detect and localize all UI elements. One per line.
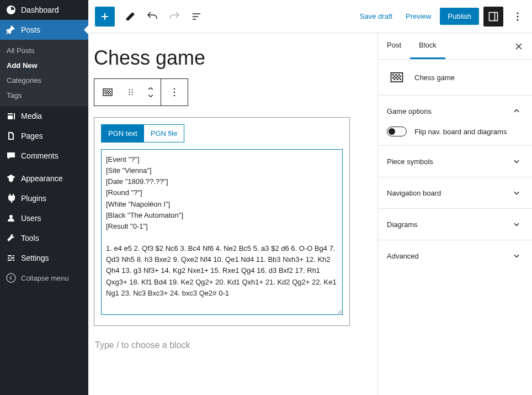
panel-head-diagrams[interactable]: Diagrams — [378, 209, 532, 240]
editor-canvas[interactable]: Chess game — [88, 33, 377, 395]
dashboard-icon — [6, 4, 17, 15]
settings-tabs: Post Block — [378, 33, 532, 60]
svg-point-19 — [132, 89, 133, 91]
admin-sidebar: Dashboard Posts All Posts Add New Catego… — [0, 0, 88, 395]
svg-rect-17 — [110, 93, 111, 94]
sidebar-item-tools[interactable]: Tools — [0, 228, 88, 248]
svg-rect-12 — [104, 92, 105, 93]
svg-rect-38 — [397, 78, 398, 80]
tools-icon — [6, 233, 17, 244]
submenu-add-new[interactable]: Add New — [0, 58, 88, 73]
panel-body-game-options: Flip nav. board and diagrams — [378, 127, 532, 145]
move-buttons[interactable] — [141, 79, 161, 106]
document-overview-button[interactable] — [187, 7, 206, 27]
appearance-icon — [6, 173, 17, 184]
svg-rect-6 — [104, 90, 105, 91]
chevron-down-icon — [510, 218, 523, 231]
sidebar-label: Users — [21, 214, 41, 223]
sidebar-item-posts[interactable]: Posts — [0, 20, 88, 40]
svg-point-20 — [129, 92, 130, 93]
topbar-right: Save draft Preview Publish — [355, 7, 528, 27]
chevron-down-icon — [510, 186, 523, 199]
tab-pgn-file[interactable]: PGN file — [144, 125, 184, 142]
panel-title: Diagrams — [387, 220, 418, 229]
panel-head-advanced[interactable]: Advanced — [378, 240, 532, 271]
svg-rect-32 — [397, 76, 398, 77]
block-more-button[interactable] — [161, 79, 188, 106]
panel-head-piece-symbols[interactable]: Piece symbols — [378, 146, 532, 177]
panel-head-navigation-board[interactable]: Navigation board — [378, 177, 532, 208]
sidebar-label: Plugins — [21, 194, 46, 203]
panel-title: Advanced — [387, 252, 419, 260]
editor-topbar: Save draft Preview Publish — [88, 0, 532, 33]
panel-head-game-options[interactable]: Game options — [378, 96, 532, 127]
block-inserter-button[interactable] — [95, 7, 115, 27]
svg-rect-35 — [395, 77, 397, 79]
settings-icon — [6, 252, 17, 264]
panel-game-options: Game options Flip nav. board and diagram… — [378, 95, 532, 145]
svg-rect-1 — [490, 12, 498, 20]
svg-point-21 — [132, 92, 133, 93]
plugins-icon — [6, 193, 17, 204]
sidebar-item-appearance[interactable]: Appearance — [0, 168, 88, 188]
collapse-icon — [6, 272, 17, 283]
sidebar-item-plugins[interactable]: Plugins — [0, 188, 88, 208]
submenu-tags[interactable]: Tags — [0, 88, 88, 103]
pgn-textarea[interactable] — [101, 149, 343, 315]
posts-submenu: All Posts Add New Categories Tags — [0, 40, 88, 106]
sidebar-item-users[interactable]: Users — [0, 208, 88, 228]
svg-point-2 — [517, 12, 519, 14]
submenu-categories[interactable]: Categories — [0, 73, 88, 88]
panel-piece-symbols: Piece symbols — [378, 145, 532, 177]
publish-button[interactable]: Publish — [440, 8, 479, 25]
sidebar-item-dashboard[interactable]: Dashboard — [0, 0, 88, 20]
media-icon — [6, 110, 17, 122]
sidebar-label: Media — [21, 112, 42, 120]
submenu-all-posts[interactable]: All Posts — [0, 43, 88, 58]
block-appender[interactable]: Type / to choose a block — [88, 331, 355, 359]
sidebar-item-settings[interactable]: Settings — [0, 248, 88, 268]
settings-panel: Post Block Chess game Game options — [377, 33, 532, 395]
collapse-menu[interactable]: Collapse menu — [0, 268, 88, 288]
panel-advanced: Advanced — [378, 240, 532, 271]
tab-pgn-text[interactable]: PGN text — [102, 125, 144, 142]
svg-point-0 — [7, 273, 15, 282]
svg-rect-31 — [394, 76, 396, 77]
tab-post[interactable]: Post — [378, 33, 410, 59]
sidebar-item-comments[interactable]: Comments — [0, 146, 88, 166]
settings-toggle-button[interactable] — [483, 7, 503, 27]
panel-navigation-board: Navigation board — [378, 177, 532, 208]
sidebar-item-pages[interactable]: Pages — [0, 126, 88, 146]
svg-point-23 — [132, 94, 133, 95]
drag-handle[interactable] — [121, 79, 141, 106]
close-settings-button[interactable] — [506, 33, 532, 59]
redo-button[interactable] — [164, 7, 184, 27]
tab-block[interactable]: Block — [410, 33, 445, 59]
more-options-button[interactable] — [508, 7, 528, 27]
svg-rect-14 — [109, 92, 110, 93]
svg-rect-8 — [109, 90, 110, 91]
preview-button[interactable]: Preview — [401, 9, 435, 24]
svg-rect-29 — [395, 74, 397, 76]
sidebar-item-media[interactable]: Media — [0, 106, 88, 126]
svg-point-22 — [129, 94, 130, 95]
svg-rect-7 — [107, 90, 108, 91]
edit-mode-button[interactable] — [120, 7, 140, 27]
save-draft-button[interactable]: Save draft — [355, 9, 397, 24]
editor: Save draft Preview Publish Chess game — [88, 0, 532, 395]
pages-icon — [6, 130, 17, 141]
users-icon — [6, 213, 17, 224]
post-title[interactable]: Chess game — [88, 33, 355, 78]
svg-point-18 — [129, 89, 130, 91]
chess-game-block[interactable]: PGN text PGN file — [94, 117, 350, 326]
svg-rect-39 — [400, 78, 401, 80]
block-name: Chess game — [414, 73, 455, 82]
svg-rect-11 — [110, 91, 111, 92]
flip-board-toggle[interactable] — [387, 127, 407, 136]
undo-button[interactable] — [142, 7, 162, 27]
sidebar-label: Tools — [21, 234, 39, 243]
block-type-button[interactable] — [94, 79, 121, 106]
pgn-tabs: PGN text PGN file — [101, 124, 184, 143]
chess-block-icon — [387, 67, 407, 87]
editor-body: Chess game — [88, 33, 532, 395]
